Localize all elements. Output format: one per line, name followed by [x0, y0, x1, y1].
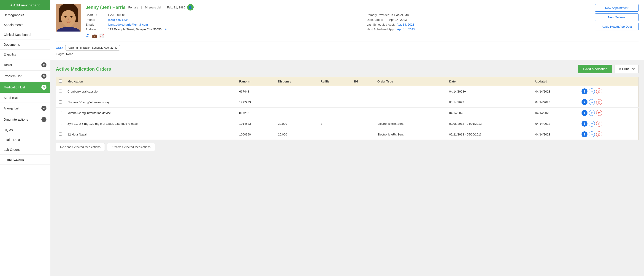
- add-patient-button[interactable]: + Add new patient: [0, 0, 50, 10]
- row-actions-cell-1: ℹ ✏ 🗑: [579, 97, 638, 108]
- sidebar-item-appointments[interactable]: Appointments: [0, 20, 50, 30]
- row-delete-button-3[interactable]: 🗑: [596, 121, 602, 127]
- svg-point-8: [68, 18, 69, 20]
- row-checkbox-0[interactable]: [59, 90, 62, 93]
- resend-medications-button[interactable]: Re-send Selected Medications: [56, 143, 105, 151]
- archive-medications-button[interactable]: Archive Selected Medications: [107, 143, 155, 151]
- sidebar-badge-medication-list: 5: [42, 85, 46, 90]
- chart-id-row: Chart ID: HAJE000001: [86, 13, 358, 17]
- row-delete-button-4[interactable]: 🗑: [596, 131, 602, 137]
- sidebar-label-drug-interactions: Drug Interactions: [4, 118, 28, 121]
- email-value[interactable]: jenny.adele.harris@gmail.com: [108, 23, 148, 26]
- flags-label: Flags:: [56, 52, 64, 56]
- table-row: ZyrTEC-D 5 mg-120 mg oral tablet, extend…: [56, 118, 638, 129]
- sidebar-label-medication-list: Medication List: [4, 85, 25, 89]
- sidebar-item-medication-list[interactable]: Medication List5: [0, 82, 50, 93]
- row-info-button-4[interactable]: ℹ: [582, 131, 588, 137]
- row-updated-3: 04/14/2023: [532, 118, 579, 129]
- row-medication-name-3: ZyrTEC-D 5 mg-120 mg oral tablet, extend…: [65, 118, 236, 129]
- medication-table: Medication Rxnorm Dispense Refills SIG O…: [56, 77, 638, 140]
- row-info-button-3[interactable]: ℹ: [582, 121, 588, 127]
- row-edit-button-0[interactable]: ✏: [589, 88, 595, 94]
- select-all-checkbox[interactable]: [59, 80, 62, 83]
- row-edit-button-4[interactable]: ✏: [589, 131, 595, 137]
- row-info-button-2[interactable]: ℹ: [582, 110, 588, 116]
- patient-photo: [56, 4, 81, 31]
- row-actions-cell-3: ℹ ✏ 🗑: [579, 118, 638, 129]
- sidebar-item-demographics[interactable]: Demographics: [0, 10, 50, 20]
- row-info-button-1[interactable]: ℹ: [582, 99, 588, 105]
- last-appt-value[interactable]: Apr. 14, 2023: [396, 23, 414, 26]
- row-checkbox-4[interactable]: [59, 133, 62, 136]
- row-delete-button-0[interactable]: 🗑: [596, 88, 602, 94]
- print-icon[interactable]: 🖨: [86, 33, 90, 38]
- sidebar-item-tasks[interactable]: Tasks0: [0, 59, 50, 71]
- row-date-4: 02/21/2013 - 05/20/2013: [446, 129, 532, 140]
- print-list-button[interactable]: 🖨 Print List: [614, 65, 638, 73]
- action-buttons: New Appointment New Referral Apple Healt…: [595, 4, 638, 30]
- sidebar-item-immunizations[interactable]: Immunizations: [0, 155, 50, 164]
- row-sig-1: [350, 97, 375, 108]
- date-added-label: Date Added:: [367, 18, 387, 21]
- sidebar-item-cqms[interactable]: CQMs: [0, 125, 50, 135]
- svg-point-6: [65, 16, 66, 17]
- col-date: Date ↑: [446, 77, 532, 86]
- row-checkbox-cell-1: [56, 97, 65, 108]
- sidebar-label-appointments: Appointments: [4, 23, 23, 27]
- sidebar-label-clinical-dashboard: Clinical Dashboard: [4, 33, 31, 36]
- sidebar-item-allergy-list[interactable]: Allergy List4: [0, 103, 50, 114]
- sidebar-item-send-erx[interactable]: Send eRx: [0, 93, 50, 103]
- patient-details-grid: Chart ID: HAJE000001 Phone: (555) 555-12…: [86, 13, 638, 38]
- sidebar-label-immunizations: Immunizations: [4, 158, 24, 161]
- sidebar-item-documents[interactable]: Documents: [0, 40, 50, 50]
- flags-row: Flags: None: [56, 52, 638, 56]
- row-edit-button-1[interactable]: ✏: [589, 99, 595, 105]
- col-dispense: Dispense: [275, 77, 318, 86]
- add-medication-button[interactable]: + Add Medication: [578, 65, 612, 73]
- next-appt-value[interactable]: Apr. 14, 2023: [397, 28, 415, 31]
- col-sig: SIG: [350, 77, 375, 86]
- row-dispense-1: [275, 97, 318, 108]
- new-appointment-button[interactable]: New Appointment: [595, 4, 638, 12]
- col-rxnorm: Rxnorm: [236, 77, 275, 86]
- sidebar-item-clinical-dashboard[interactable]: Clinical Dashboard: [0, 30, 50, 40]
- row-checkbox-2[interactable]: [59, 111, 62, 114]
- briefcase-icon[interactable]: 💼: [92, 33, 97, 38]
- cds-link[interactable]: CDS:: [56, 46, 63, 50]
- sidebar-item-problem-list[interactable]: Problem List3: [0, 71, 50, 82]
- row-delete-button-2[interactable]: 🗑: [596, 110, 602, 116]
- table-row: Flonase 50 mcg/inh nasal spray 1797933 0…: [56, 97, 638, 108]
- sidebar-item-lab-orders[interactable]: Lab Orders: [0, 145, 50, 155]
- row-edit-button-3[interactable]: ✏: [589, 121, 595, 127]
- row-checkbox-1[interactable]: [59, 100, 62, 104]
- sidebar-item-intake-data[interactable]: Intake Data: [0, 135, 50, 145]
- address-external-link-icon[interactable]: ↗: [164, 28, 167, 31]
- row-date-1: 04/14/2023+: [446, 97, 532, 108]
- email-label: Email:: [86, 23, 106, 26]
- sidebar-item-drug-interactions[interactable]: Drug Interactions1: [0, 114, 50, 125]
- patient-header: Jenny (Jen) Harris Female | 44 years old…: [50, 0, 644, 60]
- apple-health-button[interactable]: Apple Health App Data: [595, 23, 638, 30]
- row-checkbox-3[interactable]: [59, 122, 62, 125]
- row-checkbox-cell-2: [56, 108, 65, 118]
- row-info-button-0[interactable]: ℹ: [582, 88, 588, 94]
- row-order-type-3: Electronic eRx Sent: [375, 118, 446, 129]
- primary-provider-label: Primary Provider:: [367, 13, 390, 17]
- phone-value[interactable]: (555) 555-1234: [108, 18, 128, 21]
- chart-icon[interactable]: 📈: [99, 33, 104, 38]
- row-updated-1: 04/14/2023: [532, 97, 579, 108]
- sidebar-item-eligibility[interactable]: Eligibility: [0, 50, 50, 59]
- row-medication-name-0: Cranberry oral capsule: [65, 86, 236, 97]
- row-dispense-0: [275, 86, 318, 97]
- new-referral-button[interactable]: New Referral: [595, 13, 638, 21]
- row-edit-button-2[interactable]: ✏: [589, 110, 595, 116]
- cds-badge[interactable]: Adult Immunization Schedule Age: 27-49: [65, 45, 120, 50]
- patient-age: 44 years old: [144, 6, 161, 9]
- row-dispense-3: 30.000: [275, 118, 318, 129]
- patient-meta: Female | 44 years old | Feb. 11, 1980 👤: [128, 4, 194, 10]
- col-medication: Medication: [65, 77, 236, 86]
- row-delete-button-1[interactable]: 🗑: [596, 99, 602, 105]
- medication-table-body: Cranberry oral capsule 667448 04/14/2023…: [56, 86, 638, 140]
- patient-avatar-icon[interactable]: 👤: [187, 4, 194, 10]
- row-sig-2: [350, 108, 375, 118]
